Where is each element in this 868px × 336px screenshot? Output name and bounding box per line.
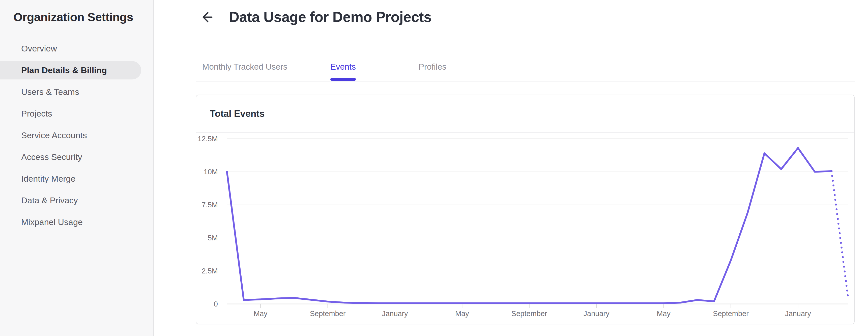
card-header: Total Events (196, 95, 854, 133)
sidebar-item-mixpanel-usage[interactable]: Mixpanel Usage (0, 213, 141, 231)
sidebar-item-service-accounts[interactable]: Service Accounts (0, 126, 141, 145)
y-axis-label: 12.5M (172, 134, 218, 143)
tab-events[interactable]: Events (330, 53, 356, 81)
tab-profiles[interactable]: Profiles (418, 53, 446, 81)
page-title: Data Usage for Demo Projects (229, 8, 432, 25)
page: Organization Settings OverviewPlan Detai… (0, 0, 868, 336)
left-arrow-icon (199, 21, 213, 25)
x-axis-label: May (429, 309, 495, 318)
back-button[interactable] (199, 10, 213, 24)
sidebar-item-identity-merge[interactable]: Identity Merge (0, 170, 141, 188)
sidebar-title: Organization Settings (13, 10, 133, 24)
tab-monthly-tracked-users[interactable]: Monthly Tracked Users (202, 53, 287, 81)
sidebar-item-access-security[interactable]: Access Security (0, 148, 141, 166)
sidebar-item-plan-details-billing[interactable]: Plan Details & Billing (0, 61, 141, 80)
x-axis-label: January (765, 309, 831, 318)
y-axis-label: 7.5M (172, 201, 218, 209)
x-axis-label: January (564, 309, 629, 318)
x-axis-label: September (497, 309, 562, 318)
tab-bar: Monthly Tracked UsersEventsProfiles (196, 53, 855, 82)
x-axis-label: May (631, 309, 696, 318)
sidebar: Organization Settings OverviewPlan Detai… (0, 0, 154, 336)
card-title: Total Events (210, 109, 265, 119)
sidebar-item-projects[interactable]: Projects (0, 104, 141, 123)
x-axis-label: January (362, 309, 428, 318)
y-axis-label: 0 (172, 300, 218, 308)
x-axis-label: September (698, 309, 764, 318)
x-axis-label: September (295, 309, 361, 318)
x-axis-label: May (228, 309, 293, 318)
y-axis-label: 2.5M (172, 267, 218, 275)
y-axis-label: 5M (172, 234, 218, 242)
sidebar-item-data-privacy[interactable]: Data & Privacy (0, 191, 141, 210)
y-axis-label: 10M (172, 167, 218, 176)
sidebar-item-users-teams[interactable]: Users & Teams (0, 83, 141, 101)
total-events-card: Total Events (196, 95, 855, 325)
sidebar-nav: OverviewPlan Details & BillingUsers & Te… (0, 39, 154, 235)
sidebar-item-overview[interactable]: Overview (0, 39, 141, 58)
